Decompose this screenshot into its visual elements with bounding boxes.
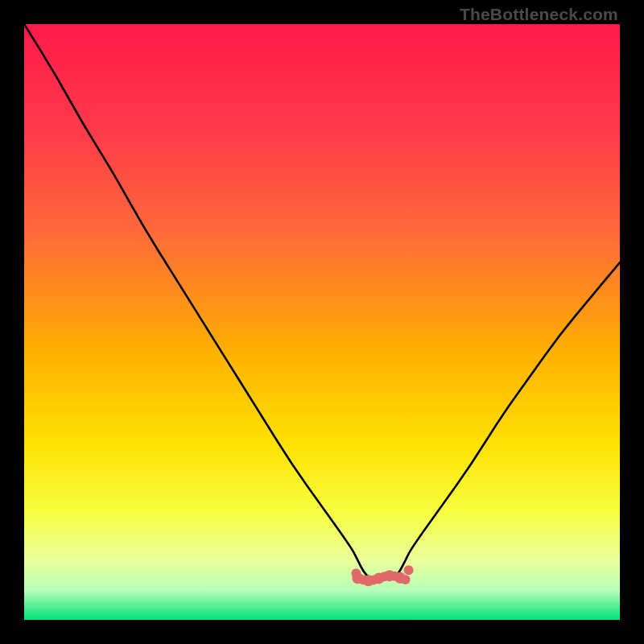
bottleneck-curve bbox=[24, 24, 620, 620]
chart-frame: TheBottleneck.com bbox=[0, 0, 644, 644]
svg-point-11 bbox=[351, 568, 361, 578]
svg-point-12 bbox=[404, 565, 414, 575]
watermark-text: TheBottleneck.com bbox=[460, 5, 618, 24]
chart-plot-area bbox=[24, 24, 620, 620]
svg-point-10 bbox=[401, 575, 411, 584]
